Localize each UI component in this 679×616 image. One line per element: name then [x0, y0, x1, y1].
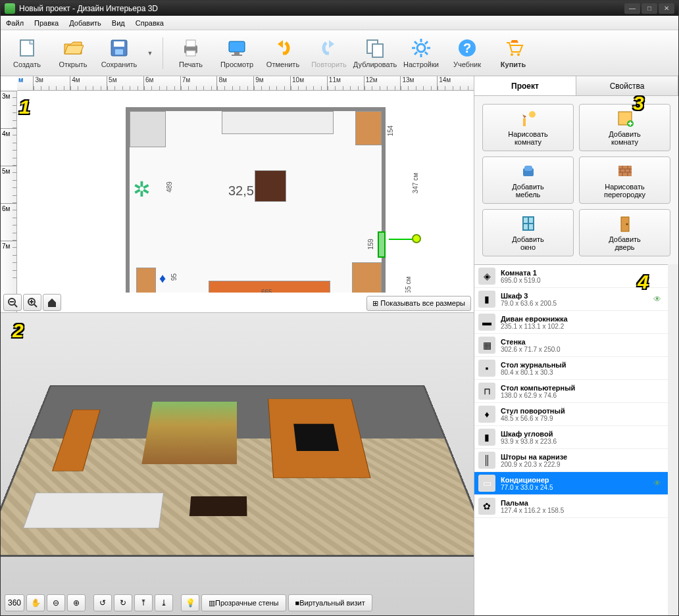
- object-item[interactable]: ▮ Шкаф угловой 93.9 x 93.8 x 223.6: [474, 426, 668, 449]
- furn-coffee-table[interactable]: [255, 170, 286, 202]
- show-dimensions-button[interactable]: ⊞ Показывать все размеры: [366, 296, 471, 311]
- svg-rect-9: [232, 55, 242, 56]
- add-door-button[interactable]: Добавитьдверь: [579, 209, 670, 256]
- print-button[interactable]: Печать: [170, 34, 212, 73]
- object-name: Стенка: [501, 338, 653, 346]
- open-button[interactable]: Открыть: [52, 34, 94, 73]
- draw-room-button[interactable]: Нарисоватькомнату: [482, 104, 574, 151]
- pan-button[interactable]: ✋: [26, 594, 45, 611]
- object-icon: ♦: [478, 406, 495, 423]
- furn-shelf-br[interactable]: [352, 262, 382, 293]
- view-3d-area[interactable]: 2 360 ✋ ⊖ ⊕ ↺: [1, 313, 474, 615]
- object-list[interactable]: ◈ Комната 1 695.0 x 519.0 ▮ Шкаф 3 79.0 …: [474, 264, 668, 615]
- marker-1: 1: [19, 96, 45, 122]
- furn-sofa[interactable]: [222, 111, 334, 134]
- menu-edit[interactable]: Правка: [34, 19, 59, 27]
- marker-2: 2: [13, 320, 39, 346]
- add-window-button[interactable]: Добавитьокно: [482, 209, 574, 256]
- object-name: Шторы на карнизе: [501, 453, 653, 461]
- svg-rect-19: [523, 118, 526, 126]
- tilt-up-button[interactable]: ⤒: [134, 594, 153, 611]
- svg-point-16: [517, 53, 520, 56]
- svg-rect-6: [186, 51, 195, 56]
- tab-project[interactable]: Проект: [474, 76, 576, 95]
- menu-file[interactable]: Файл: [6, 19, 24, 27]
- object-item[interactable]: ▭ Кондиционер 77.0 x 33.0 x 24.5 👁: [474, 472, 668, 495]
- maximize-button[interactable]: □: [641, 3, 657, 14]
- svg-rect-3: [115, 49, 123, 55]
- object-name: Шкаф угловой: [501, 430, 653, 438]
- buy-button[interactable]: Купить: [492, 34, 534, 73]
- dim-right-inner: 154: [387, 126, 394, 137]
- object-icon: ▪: [478, 360, 495, 377]
- menu-view[interactable]: Вид: [112, 19, 125, 27]
- object-item[interactable]: ✿ Пальма 127.4 x 116.2 x 158.5: [474, 495, 668, 518]
- svg-rect-5: [186, 40, 195, 47]
- zoom-out-3d-button[interactable]: ⊖: [47, 594, 65, 611]
- object-dimensions: 93.9 x 93.8 x 223.6: [501, 438, 653, 445]
- zoom-out-button[interactable]: [3, 294, 22, 311]
- add-furniture-button[interactable]: Добавитьмебель: [482, 156, 574, 204]
- tutorial-button[interactable]: ?Учебник: [446, 34, 488, 73]
- object-icon: ⊓: [478, 383, 495, 400]
- duplicate-button[interactable]: Дублировать: [354, 34, 396, 73]
- dim-left: 489: [166, 181, 173, 193]
- object-name: Шкаф 3: [501, 292, 653, 300]
- rotate-right-button[interactable]: ↻: [114, 594, 132, 611]
- object-name: Комната 1: [501, 269, 653, 277]
- rotate-left-button[interactable]: ↺: [93, 594, 112, 611]
- object-dimensions: 695.0 x 519.0: [501, 277, 653, 284]
- light-button[interactable]: 💡: [181, 594, 199, 611]
- transparent-walls-button[interactable]: ▥ Прозрачные стены: [201, 594, 286, 611]
- object-item[interactable]: ▪ Стол журнальный 80.4 x 80.1 x 30.3: [474, 357, 668, 380]
- object-name: Стол журнальный: [501, 361, 653, 369]
- minimize-button[interactable]: —: [624, 3, 640, 14]
- furn-shelf-tr[interactable]: [355, 111, 382, 145]
- svg-rect-24: [524, 166, 532, 171]
- object-icon: ▮: [478, 429, 495, 446]
- object-icon: ▬: [478, 314, 495, 331]
- undo-button[interactable]: Отменить: [262, 34, 304, 73]
- close-button[interactable]: ✕: [659, 3, 674, 14]
- zoom-in-button[interactable]: [23, 294, 41, 311]
- svg-text:?: ?: [463, 41, 471, 55]
- preview-button[interactable]: Просмотр: [216, 34, 258, 73]
- object-item[interactable]: ⊓ Стол компьютерный 138.0 x 62.9 x 74.6: [474, 380, 668, 403]
- settings-button[interactable]: Настройки: [400, 34, 442, 73]
- object-item[interactable]: ▦ Стенка 302.6 x 71.7 x 250.0: [474, 334, 668, 357]
- object-icon: ▭: [478, 475, 495, 492]
- plan-2d-area[interactable]: 1 м 3м4м5м6м7м8м9м10м11м12м13м14м 3м4м5м…: [1, 76, 474, 313]
- svg-point-28: [626, 224, 628, 225]
- table-3d: [189, 496, 247, 516]
- zoom-in-3d-button[interactable]: ⊕: [67, 594, 86, 611]
- object-dimensions: 79.0 x 63.6 x 200.5: [501, 300, 653, 307]
- object-name: Стул поворотный: [501, 407, 653, 415]
- object-item[interactable]: ♦ Стул поворотный 48.5 x 56.6 x 79.9: [474, 403, 668, 426]
- menu-add[interactable]: Добавить: [69, 19, 101, 27]
- rotate360-button[interactable]: 360: [5, 594, 24, 611]
- object-icon: ▮: [478, 291, 495, 308]
- tab-properties[interactable]: Свойства: [576, 76, 678, 95]
- object-item[interactable]: ║ Шторы на карнизе 200.9 x 20.3 x 222.9: [474, 449, 668, 472]
- object-icon: ✿: [478, 498, 495, 515]
- home-button[interactable]: [43, 294, 61, 311]
- save-button[interactable]: Сохранить: [98, 34, 140, 73]
- visibility-icon[interactable]: 👁: [653, 479, 664, 488]
- menu-help[interactable]: Справка: [136, 19, 164, 27]
- object-icon: ◈: [478, 268, 495, 285]
- selected-ac[interactable]: [378, 231, 386, 258]
- scrollbar[interactable]: [668, 264, 678, 615]
- object-icon: ║: [478, 452, 495, 469]
- tilt-down-button[interactable]: ⤓: [155, 594, 173, 611]
- save-dropdown[interactable]: ▼: [144, 34, 156, 73]
- furn-shelf-bl[interactable]: [136, 268, 156, 293]
- room-outline[interactable]: 32,52 582 154 ✲ ♦ 665 48: [126, 107, 386, 293]
- dim-right-out: 347 см: [412, 173, 419, 193]
- object-item[interactable]: ▬ Диван еврокнижка 235.1 x 113.1 x 102.2: [474, 311, 668, 334]
- selection-handle[interactable]: [412, 234, 421, 243]
- furn-corner-wardrobe[interactable]: [130, 111, 166, 147]
- svg-point-12: [417, 44, 425, 52]
- create-button[interactable]: Создать: [6, 34, 48, 73]
- draw-partition-button[interactable]: Нарисоватьперегородку: [579, 156, 670, 204]
- virtual-visit-button[interactable]: ■ Виртуальный визит: [288, 594, 372, 611]
